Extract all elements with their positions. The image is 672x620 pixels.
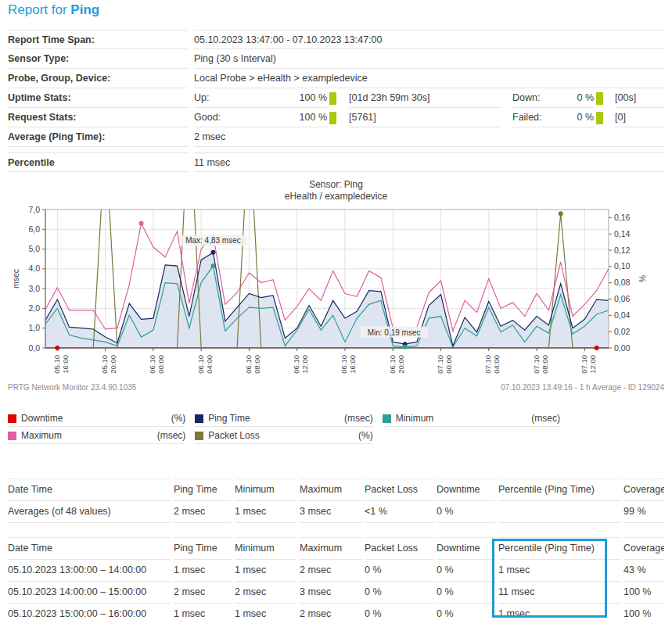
cell: 0 % — [365, 604, 433, 620]
svg-text:08:00: 08:00 — [253, 355, 261, 374]
cell: 0 % — [365, 560, 433, 582]
info-value: 11 msec — [194, 152, 664, 172]
stat-value: 100 % — [252, 108, 327, 127]
cell: 0 % — [365, 582, 433, 604]
info-label: Uptime Stats: — [8, 88, 188, 108]
info-row-uptime: Uptime Stats: Up: 100 % [01d 23h 59m 30s… — [8, 88, 664, 108]
cell: 1 msec — [498, 560, 620, 582]
column-header-date-time: Date Time — [8, 537, 171, 560]
svg-text:16:00: 16:00 — [348, 355, 357, 374]
stat-key: Failed: — [512, 108, 570, 127]
averages-table: Date Time Ping Time Minimum Maximum Pack… — [8, 478, 664, 523]
svg-text:07.10: 07.10 — [580, 355, 588, 374]
info-row-sensor-type: Sensor Type: Ping (30 s Interval) — [8, 49, 664, 69]
column-header-downtime: Downtime — [437, 478, 495, 501]
svg-text:16:00: 16:00 — [61, 355, 70, 374]
legend-label: Ping Time — [208, 413, 344, 424]
info-label: Percentile — [8, 152, 188, 172]
legend-unit: (msec) — [531, 413, 560, 424]
svg-text:5,0: 5,0 — [28, 244, 40, 253]
stat-key: Up: — [194, 88, 252, 108]
svg-text:0,08: 0,08 — [614, 278, 631, 287]
cell: 0 % — [437, 582, 495, 604]
cell: 2 msec — [174, 501, 232, 523]
cell: 1 msec — [174, 604, 232, 620]
svg-text:0,0: 0,0 — [28, 343, 40, 353]
chart-footer-version: PRTG Network Monitor 23.4.90.1035 — [8, 383, 136, 392]
table-header-row: Date Time Ping Time Minimum Maximum Pack… — [8, 537, 664, 560]
cell: 3 msec — [300, 582, 361, 604]
cell: 1 msec — [498, 604, 620, 620]
report-info-table: Report Time Span: 05.10.2023 13:47:00 - … — [8, 30, 664, 172]
svg-text:0,16: 0,16 — [614, 213, 631, 222]
column-header-minimum: Minimum — [235, 478, 296, 501]
cell: 05.10.2023 14:00:00 – 15:00:00 — [8, 582, 171, 604]
info-row-percentile: Percentile 11 msec — [8, 152, 664, 172]
cell: <1 % — [365, 501, 433, 523]
info-row-probe: Probe, Group, Device: Local Probe > eHea… — [8, 69, 664, 88]
cell: 0 % — [437, 501, 495, 523]
page-title: Report for Ping — [8, 2, 99, 18]
column-header-maximum: Maximum — [300, 537, 361, 560]
table-row-hour-3: 05.10.2023 15:00:00 – 16:00:00 1 msec 1 … — [8, 604, 664, 620]
legend-item-downtime: Downtime (%) — [8, 411, 185, 427]
legend-item-maximum: Maximum (msec) — [8, 428, 185, 444]
column-header-maximum: Maximum — [300, 478, 361, 501]
column-header-minimum: Minimum — [235, 537, 296, 560]
cell: Averages (of 48 values) — [8, 501, 171, 523]
page-title-prefix: Report for — [8, 2, 67, 17]
legend-label: Packet Loss — [208, 430, 358, 441]
column-header-coverage: Coverage — [623, 478, 664, 501]
stat-key: Good: — [194, 108, 252, 127]
info-row-requests: Request Stats: Good: 100 % [5761] Failed… — [8, 108, 664, 127]
legend-unit: (%) — [358, 430, 373, 441]
legend-swatch-maximum — [8, 432, 16, 440]
legend-unit: (%) — [171, 413, 186, 424]
svg-text:0,06: 0,06 — [614, 294, 631, 303]
hourly-table: Date Time Ping Time Minimum Maximum Pack… — [8, 537, 664, 620]
table-row-averages: Averages (of 48 values) 2 msec 1 msec 3 … — [8, 501, 664, 523]
svg-text:0,12: 0,12 — [614, 245, 631, 255]
info-row-time-span: Report Time Span: 05.10.2023 13:47:00 - … — [8, 30, 664, 49]
column-header-ping-time: Ping Time — [174, 537, 232, 560]
info-label: Report Time Span: — [8, 30, 188, 49]
legend-item-ping-time: Ping Time (msec) — [195, 411, 372, 427]
cell: 0 % — [437, 604, 495, 620]
svg-text:0,00: 0,00 — [614, 343, 631, 353]
info-label: Request Stats: — [8, 108, 188, 127]
svg-text:7,0: 7,0 — [28, 205, 40, 214]
cell: 05.10.2023 15:00:00 – 16:00:00 — [8, 604, 171, 620]
legend-unit: (msec) — [344, 413, 373, 424]
info-label: Probe, Group, Device: — [8, 69, 188, 88]
column-header-percentile: Percentile (Ping Time) — [498, 478, 620, 501]
column-header-packet-loss: Packet Loss — [365, 478, 433, 501]
svg-text:07.10: 07.10 — [483, 355, 492, 374]
legend-label: Maximum — [21, 430, 157, 441]
stat-bar — [329, 112, 336, 124]
svg-text:07.10: 07.10 — [436, 355, 444, 374]
svg-text:12:00: 12:00 — [588, 355, 597, 374]
svg-text:0,14: 0,14 — [614, 229, 631, 238]
column-header-date-time: Date Time — [8, 478, 171, 501]
svg-text:00:00: 00:00 — [156, 355, 165, 374]
cell: 1 msec — [235, 501, 296, 523]
cell: 99 % — [623, 501, 664, 523]
svg-text:20:00: 20:00 — [397, 355, 405, 374]
page-title-sensor: Ping — [70, 2, 99, 17]
svg-text:Min: 0,19 msec: Min: 0,19 msec — [368, 328, 421, 337]
stat-bar — [596, 112, 603, 124]
svg-text:05.10: 05.10 — [52, 355, 61, 374]
svg-text:00:00: 00:00 — [444, 355, 453, 374]
cell: 2 msec — [235, 582, 296, 604]
stat-detail: [0] — [615, 108, 664, 127]
cell: 2 msec — [174, 582, 232, 604]
table-row-hour-1: 05.10.2023 13:00:00 – 14:00:00 1 msec 1 … — [8, 560, 664, 582]
chart-footer-timestamp: 07.10.2023 13:49:16 - 1 h Average - ID 1… — [501, 383, 664, 392]
legend-item-minimum: Minimum (msec) — [383, 411, 560, 427]
ping-line-chart: 0,01,02,03,04,05,06,07,00,000,020,040,06… — [0, 200, 672, 388]
svg-text:20:00: 20:00 — [109, 355, 117, 374]
svg-text:06.10: 06.10 — [388, 355, 397, 374]
svg-text:2,0: 2,0 — [28, 303, 40, 313]
column-header-ping-time: Ping Time — [174, 478, 232, 501]
cell: 1 msec — [174, 560, 232, 582]
